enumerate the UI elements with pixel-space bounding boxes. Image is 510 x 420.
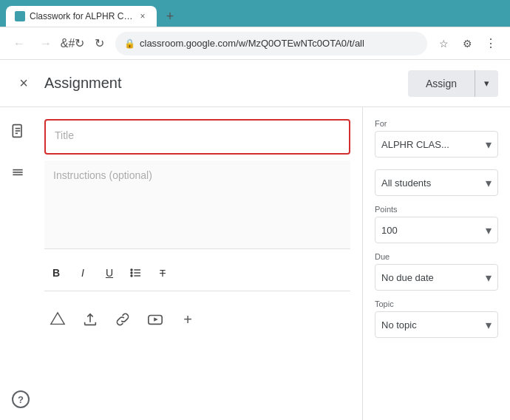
list-icon xyxy=(9,163,27,181)
formatting-toolbar: B I U T xyxy=(44,255,350,291)
left-panel: Title Instructions (optional) B I U xyxy=(0,107,362,420)
topic-value: No topic xyxy=(381,319,417,331)
tab-favicon xyxy=(15,11,25,21)
add-button[interactable]: + xyxy=(174,306,201,333)
side-icons xyxy=(0,119,35,409)
strikethrough-button[interactable]: T xyxy=(151,261,174,285)
students-chevron-icon: ▾ xyxy=(486,176,492,190)
close-button[interactable]: × xyxy=(12,72,35,95)
form-area: Title Instructions (optional) B I U xyxy=(44,119,362,409)
underline-button[interactable]: U xyxy=(98,261,121,285)
topic-chevron-icon: ▾ xyxy=(486,318,492,332)
students-value: All students xyxy=(381,177,431,189)
due-field-group: Due No due date ▾ xyxy=(375,252,498,291)
app-header: × Assignment Assign ▾ xyxy=(0,60,510,107)
class-select[interactable]: ALPHR CLAS... ▾ xyxy=(375,131,498,158)
refresh-button[interactable]: ↻ xyxy=(89,33,109,54)
title-input[interactable]: Title xyxy=(44,119,350,155)
page-title: Assignment xyxy=(44,75,408,92)
youtube-button[interactable] xyxy=(142,306,169,333)
students-field-group: All students ▾ xyxy=(375,169,498,196)
topic-field-group: Topic No topic ▾ xyxy=(375,299,498,338)
students-select[interactable]: All students ▾ xyxy=(375,169,498,196)
due-value: No due date xyxy=(381,272,434,283)
for-label: For xyxy=(375,119,498,128)
help-button[interactable]: ? xyxy=(12,390,30,408)
link-button[interactable] xyxy=(109,306,136,333)
svg-point-11 xyxy=(131,272,132,274)
svg-point-12 xyxy=(131,275,132,277)
browser-tab[interactable]: Classwork for ALPHR CLASS SAM... × xyxy=(6,6,157,27)
assign-dropdown-button[interactable]: ▾ xyxy=(475,70,498,97)
menu-button[interactable]: ⋮ xyxy=(480,33,501,54)
title-placeholder: Title xyxy=(55,129,74,141)
due-select[interactable]: No due date ▾ xyxy=(375,264,498,291)
due-chevron-icon: ▾ xyxy=(486,271,492,285)
back-button[interactable]: ← xyxy=(9,33,30,54)
bold-button[interactable]: B xyxy=(44,261,68,285)
class-value: ALPHR CLAS... xyxy=(381,139,449,150)
for-field-group: For ALPHR CLAS... ▾ xyxy=(375,119,498,158)
instructions-placeholder: Instructions (optional) xyxy=(53,169,152,181)
main-content: Title Instructions (optional) B I U xyxy=(0,107,510,420)
italic-button[interactable]: I xyxy=(71,261,95,285)
refresh-button[interactable]: &#↻ xyxy=(62,33,83,54)
assign-button[interactable]: Assign xyxy=(408,70,475,97)
class-chevron-icon: ▾ xyxy=(486,138,492,152)
forward-button[interactable]: → xyxy=(35,33,56,54)
document-icon xyxy=(9,122,27,140)
svg-point-10 xyxy=(131,269,132,271)
upload-button[interactable] xyxy=(77,306,103,333)
list-button[interactable] xyxy=(124,261,148,285)
points-select[interactable]: 100 ▾ xyxy=(375,217,498,243)
attachments-toolbar: + xyxy=(44,297,350,342)
topic-label: Topic xyxy=(375,299,498,308)
instructions-input[interactable]: Instructions (optional) xyxy=(44,160,350,249)
points-value: 100 xyxy=(381,225,398,236)
topic-select[interactable]: No topic ▾ xyxy=(375,311,498,338)
points-field-group: Points 100 ▾ xyxy=(375,205,498,243)
bookmark-button[interactable]: ☆ xyxy=(433,33,454,54)
svg-marker-14 xyxy=(154,317,158,322)
extensions-button[interactable]: ⚙ xyxy=(457,33,477,54)
address-bar[interactable]: 🔒 classroom.google.com/w/MzQ0OTEwNTc0OTA… xyxy=(115,32,427,55)
points-label: Points xyxy=(375,205,498,214)
url-text: classroom.google.com/w/MzQ0OTEwNTc0OTA0/… xyxy=(140,38,418,49)
points-chevron-icon: ▾ xyxy=(486,223,492,237)
right-panel: For ALPHR CLAS... ▾ All students ▾ Point… xyxy=(362,107,510,420)
tab-close-button[interactable]: × xyxy=(137,11,148,21)
lock-icon: 🔒 xyxy=(124,38,135,49)
chevron-down-icon: ▾ xyxy=(484,78,489,89)
tab-title: Classwork for ALPHR CLASS SAM... xyxy=(30,11,133,21)
new-tab-button[interactable]: + xyxy=(160,6,180,27)
drive-attach-button[interactable] xyxy=(44,306,71,333)
due-label: Due xyxy=(375,252,498,261)
assign-group: Assign ▾ xyxy=(408,70,498,97)
